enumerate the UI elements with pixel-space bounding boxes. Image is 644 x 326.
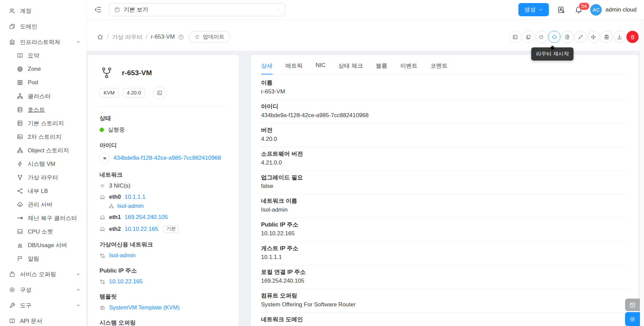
nic-icon	[100, 194, 105, 200]
info-sections: 가상머신용 네트워크Isol-adminPublic IP 주소10.10.22…	[100, 241, 227, 326]
sidebar-item-alerts[interactable]: 알림	[0, 252, 86, 265]
view-select-value: 기본 보기	[124, 6, 275, 14]
delete-router-button[interactable]	[626, 31, 639, 43]
user-icon	[9, 7, 16, 14]
gateway-icon	[100, 279, 105, 285]
barchart-icon	[17, 242, 23, 248]
translate-add-icon[interactable]	[557, 6, 565, 14]
download-diagnostics-button[interactable]	[614, 31, 626, 43]
cloudserver-icon	[17, 201, 23, 208]
sidebar-item-object-storage[interactable]: Object 스토리지	[0, 144, 86, 157]
guest-network-link[interactable]: Isol-admin	[109, 252, 135, 259]
sidebar-item-service-offerings[interactable]: 서비스 오퍼링	[0, 267, 86, 281]
console-button[interactable]	[153, 86, 166, 99]
sidebar-item-primary-storage[interactable]: 기본 스토리지	[0, 116, 86, 130]
sidebar-item-system-vms[interactable]: 시스템 VM	[0, 157, 86, 171]
sidebar-item-api-docs[interactable]: API 문서	[0, 314, 86, 326]
sidebar-item-secondary-storage[interactable]: 2차 스토리지	[0, 130, 86, 144]
tab-bar: 상세메트릭NIC상태 체크볼륨이벤트코멘트	[261, 57, 628, 74]
sidebar-collapse-icon[interactable]	[94, 6, 102, 14]
view-select[interactable]: 기본 보기	[109, 3, 285, 16]
id-section: 아이디 434bde9a-f128-42ce-a985-7cc882410968	[100, 142, 227, 163]
nic-network-link[interactable]: Isol-admin	[117, 203, 144, 210]
create-button[interactable]: 생성	[518, 3, 549, 16]
router-id-link[interactable]: 434bde9a-f128-42ce-a985-7cc882410968	[113, 155, 221, 161]
sidebar-item-hosts[interactable]: 호스트	[0, 103, 86, 116]
sidebar-item-internal-lb[interactable]: 내부 LB	[0, 184, 86, 198]
barcode-icon	[100, 153, 110, 163]
tab-details[interactable]: 상세	[261, 57, 273, 74]
sync-icon	[552, 34, 557, 40]
sidebar-item-virtual-routers[interactable]: 가상 라우터	[0, 171, 86, 184]
tab-comments[interactable]: 코멘트	[430, 57, 448, 74]
bag-icon	[9, 271, 16, 278]
project-view-icon	[114, 7, 120, 13]
username[interactable]: admin cloud	[605, 6, 637, 13]
breadcrumb-separator: /	[146, 34, 147, 40]
tab-volumes[interactable]: 볼륨	[376, 57, 387, 74]
diagnostics-button[interactable]	[600, 31, 613, 43]
tab-events[interactable]: 이벤트	[400, 57, 417, 74]
network-label: 네트워크	[100, 171, 227, 179]
sidebar-item-db-usage-server[interactable]: DB/Usage 서버	[0, 238, 86, 252]
sidebar-item-cpu-sockets[interactable]: CPU 소켓	[0, 225, 86, 238]
nic-ip-link[interactable]: 169.254.240.105	[125, 214, 168, 221]
nic-row-eth2: eth210.10.22.165기본	[100, 225, 227, 233]
restart-router-button[interactable]	[548, 31, 560, 43]
router-summary-card: r-653-VM KVM 4.20.0 상태 실행	[88, 55, 239, 326]
router-detail-card: 상세메트릭NIC상태 체크볼륨이벤트코멘트 이름r-653-VM아이디434bd…	[251, 55, 639, 326]
detail-row: 버전4.20.0	[261, 124, 628, 147]
sidebar-item-accounts[interactable]: 계정	[0, 4, 86, 18]
sidebar-item-management-servers[interactable]: 관리 서버	[0, 198, 86, 211]
patch-systemvm-button[interactable]	[561, 31, 574, 43]
nic-ip-link[interactable]: 10.10.22.165	[125, 226, 158, 233]
shrink-icon	[578, 34, 583, 40]
detail-row: 소프트웨어 버전4.21.0.0	[261, 147, 628, 171]
copy-button[interactable]	[522, 31, 534, 43]
scale-button[interactable]	[574, 31, 586, 43]
tab-nic[interactable]: NIC	[316, 57, 325, 74]
detail-row: 아이디434bde9a-f128-42ce-a985-7cc882410968	[261, 100, 628, 124]
power-icon	[538, 34, 544, 40]
sidebar-item-tools[interactable]: 도구	[0, 299, 86, 312]
drag-icon	[591, 34, 596, 40]
sidebar-item-domains[interactable]: 도메인	[0, 20, 86, 33]
events-float-button[interactable]	[625, 299, 640, 311]
public-ip-link[interactable]: 10.10.22.165	[109, 278, 143, 285]
status-value: 실행중	[108, 126, 125, 134]
copy-icon	[525, 34, 531, 40]
calendar-check-icon	[629, 302, 636, 308]
sidebar-menu: 계정도메인인프라스트럭쳐요약ZonePod클러스터호스트기본 스토리지2차 스토…	[0, 4, 86, 326]
update-button-label: 업데이트	[203, 34, 224, 41]
avatar[interactable]: AC	[590, 4, 602, 16]
update-button[interactable]: 업데이트	[189, 31, 230, 43]
breadcrumb-virtual-routers[interactable]: 가상 라우터	[112, 33, 143, 41]
migrate-button[interactable]	[587, 31, 600, 43]
sidebar-item-zones[interactable]: Zone	[0, 62, 86, 76]
tab-health-check[interactable]: 상태 체크	[338, 57, 363, 74]
template-section: 템플릿SystemVM Template (KVM)	[100, 293, 227, 311]
sidebar-item-clusters[interactable]: 클러스터	[0, 89, 86, 103]
template-link[interactable]: SystemVM Template (KVM)	[109, 304, 179, 311]
caret-up-icon	[76, 40, 80, 44]
stop-router-button[interactable]	[535, 31, 548, 43]
create-button-label: 생성	[524, 6, 536, 14]
help-icon[interactable]	[178, 34, 184, 40]
nic-count: 3 NIC(s)	[109, 182, 130, 189]
download-icon	[617, 34, 622, 40]
notifications-button[interactable]: 54	[575, 6, 583, 14]
sidebar-item-summary[interactable]: 요약	[0, 49, 86, 62]
sidebar-item-infrastructure[interactable]: 인프라스트럭쳐	[0, 35, 86, 49]
scrollbar[interactable]	[640, 20, 644, 326]
settings-float-button[interactable]	[625, 312, 640, 326]
home-icon[interactable]	[97, 34, 104, 40]
detail-row: 업그레이드 필요false	[261, 171, 628, 195]
nic-ip-link[interactable]: 10.1.1.1	[125, 194, 145, 200]
console-button[interactable]	[509, 31, 521, 43]
sidebar-item-dr-clusters[interactable]: 재난 복구 클러스터	[0, 211, 86, 225]
trash-icon	[630, 34, 636, 40]
sidebar-item-configuration[interactable]: 구성	[0, 283, 86, 297]
tab-metrics[interactable]: 메트릭	[285, 57, 303, 74]
sidebar-item-pods[interactable]: Pod	[0, 76, 86, 89]
default-nic-tag: 기본	[163, 225, 179, 233]
